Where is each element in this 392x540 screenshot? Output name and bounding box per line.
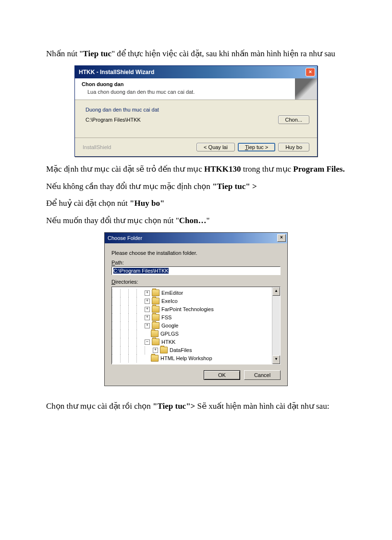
frame-label: Duong dan den thu muc cai dat (86, 107, 309, 113)
dialog-title: HTKK - InstallShield Wizard (79, 69, 154, 75)
tree-item[interactable]: +FarPoint Technologies (112, 305, 280, 314)
folder-icon (152, 306, 159, 313)
folder-icon (152, 314, 159, 321)
paragraph-4: Để huỷ cài đặt chọn nút "Huy bo" (46, 198, 346, 209)
folder-icon (152, 322, 159, 329)
tree-item[interactable]: +FSS (112, 314, 280, 322)
install-path: C:\Program Files\HTKK (86, 117, 141, 123)
expand-icon[interactable]: + (145, 315, 150, 320)
installshield-brand: InstallShield (83, 144, 111, 150)
tree-item[interactable]: +DataFiles (112, 346, 280, 354)
dialog-titlebar: Choose Folder × (105, 233, 287, 243)
tree-item-label: FarPoint Technologies (161, 306, 214, 312)
expand-icon[interactable]: + (145, 290, 150, 296)
folder-icon (152, 298, 159, 304)
header-title: Chon duong dan (82, 81, 312, 87)
close-icon[interactable]: × (277, 234, 286, 242)
folder-icon (160, 347, 168, 353)
browse-button[interactable]: Chon... (278, 115, 309, 124)
next-button[interactable]: Tiep tuc > (238, 143, 275, 151)
dialog-footer: InstallShield < Quay lai Tiep tuc > Huy … (75, 138, 317, 156)
choose-folder-dialog: Choose Folder × Please choose the instal… (104, 232, 288, 386)
tree-item[interactable]: +EmEditor (112, 289, 280, 297)
tree-item-label: EmEditor (161, 290, 183, 296)
dialog-body: Duong dan den thu muc cai dat C:\Program… (75, 100, 317, 138)
tree-item-label: HTML Help Workshop (160, 355, 212, 361)
path-input[interactable]: C:\Program Files\HTKK (111, 266, 281, 275)
tree-item-label: Google (161, 323, 178, 328)
back-button[interactable]: < Quay lai (196, 143, 235, 151)
paragraph-5: Nếu muốn thay đổi thư mục chọn nút "Chon… (46, 215, 346, 226)
expand-icon[interactable]: + (145, 323, 150, 328)
tree-item[interactable]: +Google (112, 322, 280, 330)
tree-item[interactable]: GPLGS (112, 330, 280, 338)
paragraph-2: Mặc định thư mục cài đặt sẽ trỏ đến thư … (46, 163, 346, 175)
dialog-titlebar: HTKK - InstallShield Wizard × (75, 66, 317, 78)
tree-item-label: FSS (161, 314, 172, 320)
tree-item-label: HTKK (161, 339, 175, 345)
folder-icon (151, 355, 159, 362)
expand-icon[interactable]: + (153, 348, 158, 353)
scroll-down-icon[interactable]: ▼ (272, 355, 280, 364)
tree-item[interactable]: −HTKK (112, 338, 280, 346)
tree-item[interactable]: +ExeIco (112, 297, 280, 305)
directory-tree[interactable]: +EmEditor+ExeIco+FarPoint Technologies+F… (111, 287, 281, 364)
expand-icon[interactable]: + (145, 307, 150, 312)
expand-icon[interactable]: + (145, 299, 150, 304)
dialog-title: Choose Folder (108, 235, 142, 241)
tree-item[interactable]: HTML Help Workshop (112, 354, 280, 363)
directories-label: Directories: (111, 279, 281, 285)
paragraph-1: Nhấn nút "Tiep tuc" để thực hiện việc cà… (46, 48, 346, 60)
paragraph-3: Nếu không cần thay đổi thư mục mặc định … (46, 181, 346, 192)
folder-icon (151, 330, 159, 337)
collapse-icon[interactable]: − (145, 339, 150, 345)
scrollbar[interactable]: ▲ ▼ (272, 287, 280, 364)
close-icon[interactable]: × (306, 68, 315, 76)
path-label: Path: (111, 260, 281, 265)
scroll-up-icon[interactable]: ▲ (272, 287, 280, 296)
installshield-wizard-dialog: HTKK - InstallShield Wizard × Chon duong… (74, 65, 318, 157)
paragraph-6: Chọn thư mục cài đặt rồi chọn "Tiep tuc"… (46, 401, 346, 412)
tree-item-label: ExeIco (161, 298, 178, 304)
tree-item-label: GPLGS (160, 331, 179, 337)
dialog-body: Please choose the installation folder. P… (105, 243, 287, 386)
dialog-header: Chon duong dan Lua chon duong dan den th… (75, 78, 317, 100)
cancel-button[interactable]: Huy bo (278, 143, 309, 151)
ok-button[interactable]: OK (204, 370, 240, 380)
folder-icon (152, 289, 159, 296)
folder-icon (152, 339, 159, 345)
cancel-button[interactable]: Cancel (244, 370, 281, 380)
header-graphic (295, 78, 317, 100)
instruction-label: Please choose the installation folder. (111, 250, 281, 256)
tree-item-label: DataFiles (170, 347, 192, 353)
header-subtitle: Lua chon duong dan den thu muc can cai d… (87, 89, 312, 95)
